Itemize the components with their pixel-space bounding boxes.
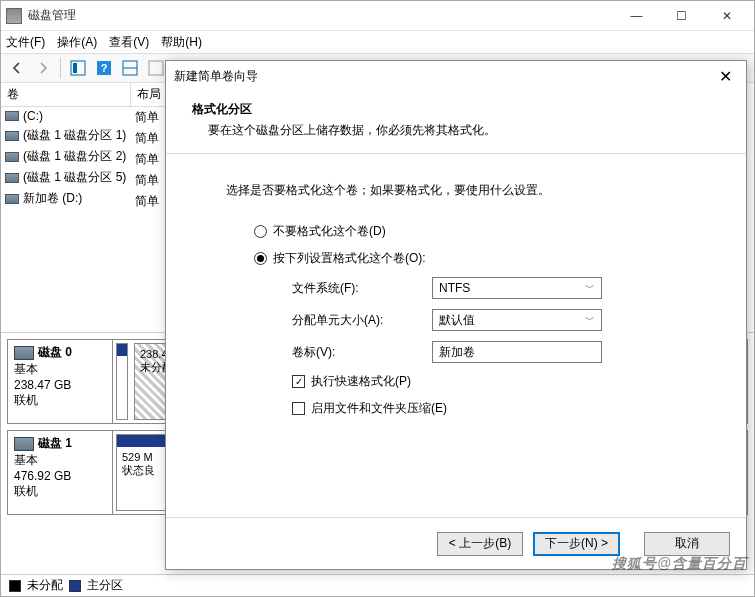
allocation-unit-value: 默认值	[439, 312, 475, 329]
next-button[interactable]: 下一步(N) >	[533, 532, 620, 556]
compression-checkbox[interactable]: 启用文件和文件夹压缩(E)	[292, 400, 706, 417]
wizard-heading: 格式化分区	[192, 101, 720, 118]
svg-text:?: ?	[101, 62, 108, 74]
wizard-close-button[interactable]: ✕	[713, 67, 738, 86]
menu-action[interactable]: 操作(A)	[57, 34, 97, 51]
allocation-unit-label: 分配单元大小(A):	[292, 312, 432, 329]
checkbox-checked-icon: ✓	[292, 375, 305, 388]
partition-stub[interactable]	[116, 343, 128, 420]
filesystem-select[interactable]: NTFS ﹀	[432, 277, 602, 299]
compression-label: 启用文件和文件夹压缩(E)	[311, 400, 447, 417]
quick-format-checkbox[interactable]: ✓ 执行快速格式化(P)	[292, 373, 706, 390]
wizard-instruction: 选择是否要格式化这个卷；如果要格式化，要使用什么设置。	[226, 182, 706, 199]
volume-icon	[5, 173, 19, 183]
radio-label: 不要格式化这个卷(D)	[273, 223, 386, 240]
disk-icon	[14, 437, 34, 451]
close-button[interactable]: ✕	[704, 2, 749, 30]
disk-type: 基本	[14, 361, 106, 378]
wizard-title: 新建简单卷向导	[174, 68, 713, 85]
titlebar: 磁盘管理 — ☐ ✕	[1, 1, 754, 31]
volume-label-value: 新加卷	[439, 344, 475, 361]
volume-label-label: 卷标(V):	[292, 344, 432, 361]
volume-row[interactable]: (磁盘 1 磁盘分区 2)	[1, 146, 131, 167]
allocation-unit-row: 分配单元大小(A): 默认值 ﹀	[292, 309, 706, 331]
legend-unallocated-label: 未分配	[27, 577, 63, 594]
disk-icon	[14, 346, 34, 360]
volume-row[interactable]: (磁盘 1 磁盘分区 1)	[1, 125, 131, 146]
menu-file[interactable]: 文件(F)	[6, 34, 45, 51]
toolbar-icon-1[interactable]	[67, 57, 89, 79]
window-controls: — ☐ ✕	[614, 2, 749, 30]
volume-label-row: 卷标(V): 新加卷	[292, 341, 706, 363]
back-button[interactable]	[6, 57, 28, 79]
partition-primary[interactable]: 529 M 状态良	[116, 434, 166, 511]
disk-size: 238.47 GB	[14, 378, 106, 392]
volume-row[interactable]: (C:)	[1, 107, 131, 125]
disk-1-label: 磁盘 1 基本 476.92 GB 联机	[8, 431, 113, 514]
allocation-unit-select[interactable]: 默认值 ﹀	[432, 309, 602, 331]
cancel-button[interactable]: 取消	[644, 532, 730, 556]
volume-icon	[5, 194, 19, 204]
chevron-down-icon: ﹀	[585, 281, 595, 295]
quick-format-label: 执行快速格式化(P)	[311, 373, 411, 390]
window-title: 磁盘管理	[28, 7, 614, 24]
disk-size: 476.92 GB	[14, 469, 106, 483]
volume-row[interactable]: 新加卷 (D:)	[1, 188, 131, 209]
col-volume-header[interactable]: 卷	[1, 83, 131, 106]
svg-rect-1	[73, 63, 77, 73]
minimize-button[interactable]: —	[614, 2, 659, 30]
partition-size: 529 M	[122, 451, 160, 463]
volume-name: (磁盘 1 磁盘分区 5)	[23, 169, 126, 186]
filesystem-value: NTFS	[439, 281, 470, 295]
volume-header-row: 卷	[1, 83, 131, 107]
app-icon	[6, 8, 22, 24]
volume-icon	[5, 131, 19, 141]
filesystem-label: 文件系统(F):	[292, 280, 432, 297]
svg-rect-6	[149, 61, 163, 75]
help-icon[interactable]: ?	[93, 57, 115, 79]
radio-format-with-settings[interactable]: 按下列设置格式化这个卷(O):	[254, 250, 706, 267]
menubar: 文件(F) 操作(A) 查看(V) 帮助(H)	[1, 31, 754, 53]
radio-icon-checked	[254, 252, 267, 265]
volume-name: 新加卷 (D:)	[23, 190, 82, 207]
wizard-titlebar: 新建简单卷向导 ✕	[166, 61, 746, 91]
volume-label-input[interactable]: 新加卷	[432, 341, 602, 363]
disk-type: 基本	[14, 452, 106, 469]
toolbar-icon-3[interactable]	[145, 57, 167, 79]
watermark: 搜狐号@含量百分百	[612, 555, 747, 573]
menu-help[interactable]: 帮助(H)	[161, 34, 202, 51]
wizard-subheading: 要在这个磁盘分区上储存数据，你必须先将其格式化。	[192, 122, 720, 139]
wizard-header: 格式化分区 要在这个磁盘分区上储存数据，你必须先将其格式化。	[166, 91, 746, 154]
legend: 未分配 主分区	[1, 574, 754, 596]
new-simple-volume-wizard: 新建简单卷向导 ✕ 格式化分区 要在这个磁盘分区上储存数据，你必须先将其格式化。…	[165, 60, 747, 570]
chevron-down-icon: ﹀	[585, 313, 595, 327]
toolbar-icon-2[interactable]	[119, 57, 141, 79]
back-button[interactable]: < 上一步(B)	[437, 532, 523, 556]
disk-name: 磁盘 1	[38, 435, 72, 452]
wizard-body: 选择是否要格式化这个卷；如果要格式化，要使用什么设置。 不要格式化这个卷(D) …	[166, 154, 746, 517]
disk-0-label: 磁盘 0 基本 238.47 GB 联机	[8, 340, 113, 423]
volume-name: (磁盘 1 磁盘分区 2)	[23, 148, 126, 165]
legend-primary-icon	[69, 580, 81, 592]
volume-icon	[5, 111, 19, 121]
disk-status: 联机	[14, 392, 106, 409]
disk-name: 磁盘 0	[38, 344, 72, 361]
radio-do-not-format[interactable]: 不要格式化这个卷(D)	[254, 223, 706, 240]
maximize-button[interactable]: ☐	[659, 2, 704, 30]
filesystem-row: 文件系统(F): NTFS ﹀	[292, 277, 706, 299]
menu-view[interactable]: 查看(V)	[109, 34, 149, 51]
toolbar-separator	[60, 58, 61, 78]
volume-icon	[5, 152, 19, 162]
volume-name: (C:)	[23, 109, 43, 123]
forward-button[interactable]	[32, 57, 54, 79]
legend-unallocated-icon	[9, 580, 21, 592]
disk-status: 联机	[14, 483, 106, 500]
legend-primary-label: 主分区	[87, 577, 123, 594]
volume-name: (磁盘 1 磁盘分区 1)	[23, 127, 126, 144]
volume-row[interactable]: (磁盘 1 磁盘分区 5)	[1, 167, 131, 188]
partition-status: 状态良	[122, 463, 160, 478]
radio-label: 按下列设置格式化这个卷(O):	[273, 250, 426, 267]
checkbox-icon	[292, 402, 305, 415]
radio-icon	[254, 225, 267, 238]
volume-column: 卷 (C:) (磁盘 1 磁盘分区 1) (磁盘 1 磁盘分区 2) (磁盘 1…	[1, 83, 131, 332]
